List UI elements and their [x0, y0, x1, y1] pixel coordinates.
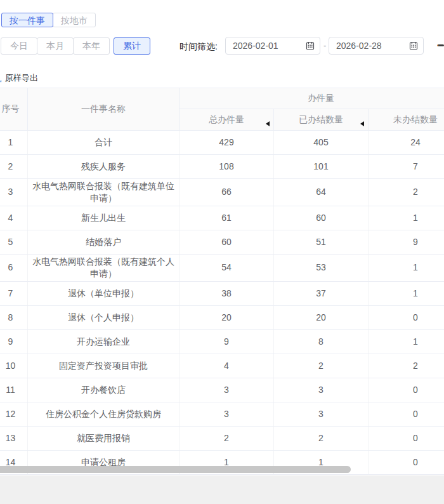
cell-done: 3: [274, 378, 369, 402]
export-label: 原样导出: [5, 72, 38, 84]
cell-total: 54: [180, 254, 274, 281]
cell-done: 37: [274, 281, 369, 305]
start-date-input[interactable]: 2026-02-01: [225, 37, 320, 55]
table-row: 6水电气热网联合报装（既有建筑个人申请）54531: [0, 254, 444, 281]
table-row: 1合计42940524: [0, 131, 444, 155]
cell-total: 3: [180, 378, 274, 402]
cell-index: 10: [0, 354, 28, 378]
cell-name: 就医费用报销: [28, 426, 180, 450]
cell-name: 残疾人服务: [28, 155, 180, 179]
horizontal-scrollbar[interactable]: [0, 466, 351, 473]
table-row: 4新生儿出生61601: [0, 206, 444, 230]
cell-index: 5: [0, 230, 28, 254]
header-name: 一件事名称: [28, 88, 180, 131]
header-done-label: 已办结数量: [299, 114, 343, 124]
header-total-label: 总办件量: [209, 114, 244, 124]
filter-month-button[interactable]: 本月: [37, 37, 74, 55]
tab-by-city[interactable]: 按地市: [53, 13, 96, 27]
table-row: 3水电气热网联合报装（既有建筑单位申请）66642: [0, 179, 444, 206]
table-row: 7退休（单位申报）38371: [0, 281, 444, 305]
filter-today-button[interactable]: 今日: [1, 37, 37, 55]
calendar-icon[interactable]: [306, 41, 315, 50]
stats-table: 序号 一件事名称 办件量 总办件量 已办结数量 未办结数量: [0, 88, 444, 475]
page: 按一件事 按地市 今日 本月 本年 累计 时间筛选: 2026-02-01 - …: [0, 0, 444, 504]
cell-undone: 24: [369, 131, 444, 155]
header-undone[interactable]: 未办结数量: [369, 109, 444, 131]
cell-index: 2: [0, 155, 28, 179]
view-tabs: 按一件事 按地市: [1, 13, 96, 27]
footer-band: [0, 475, 444, 504]
table-row: 2残疾人服务1081017: [0, 155, 444, 179]
cell-done: 3: [274, 402, 369, 426]
cell-name: 水电气热网联合报装（既有建筑单位申请）: [28, 179, 180, 206]
download-icon: [0, 73, 3, 83]
cell-undone: 0: [369, 378, 444, 402]
cell-name: 结婚落户: [28, 230, 180, 254]
cell-undone: 0: [369, 450, 444, 474]
cell-undone: 2: [369, 179, 444, 206]
time-range-button-group: 今日 本月 本年 累计: [1, 37, 150, 55]
table-row: 10固定资产投资项目审批422: [0, 354, 444, 378]
filter-year-button[interactable]: 本年: [73, 37, 110, 55]
cell-done: 20: [274, 305, 369, 329]
cell-total: 3: [180, 402, 274, 426]
end-date-value: 2026-02-28: [336, 41, 382, 51]
cell-total: 108: [180, 155, 274, 179]
filter-total-button[interactable]: 累计: [114, 37, 150, 55]
cell-total: 2: [180, 426, 274, 450]
cell-name: 新生儿出生: [28, 206, 180, 230]
cell-name: 开办餐饮店: [28, 378, 180, 402]
cell-done: 51: [274, 230, 369, 254]
cell-undone: 9: [369, 230, 444, 254]
cell-undone: 7: [369, 155, 444, 179]
cell-name: 固定资产投资项目审批: [28, 354, 180, 378]
cell-done: 101: [274, 155, 369, 179]
time-filter-label: 时间筛选:: [180, 41, 218, 53]
cell-index: 9: [0, 329, 28, 354]
cell-total: 61: [180, 206, 274, 230]
tab-by-item[interactable]: 按一件事: [1, 13, 53, 27]
cell-undone: 0: [369, 426, 444, 450]
cell-undone: 2: [369, 354, 444, 378]
cell-index: 11: [0, 378, 28, 402]
cell-name: 住房公积金个人住房贷款购房: [28, 402, 180, 426]
cell-done: 405: [274, 131, 369, 155]
cell-done: 53: [274, 254, 369, 281]
cell-index: 3: [0, 179, 28, 206]
cell-total: 9: [180, 329, 274, 354]
cell-name: 合计: [28, 131, 180, 155]
sort-caret-icon[interactable]: [266, 121, 270, 126]
sort-caret-icon[interactable]: [360, 121, 364, 126]
cell-done: 2: [274, 426, 369, 450]
cell-total: 60: [180, 230, 274, 254]
cell-name: 退休（个人申报）: [28, 305, 180, 329]
cell-undone: 1: [369, 329, 444, 354]
header-done[interactable]: 已办结数量: [274, 109, 369, 131]
cell-index: 13: [0, 426, 28, 450]
calendar-icon[interactable]: [409, 41, 418, 50]
table-row: 12住房公积金个人住房贷款购房330: [0, 402, 444, 426]
export-link[interactable]: 原样导出: [0, 72, 38, 84]
cell-done: 60: [274, 206, 369, 230]
cell-undone: 1: [369, 254, 444, 281]
cell-index: 12: [0, 402, 28, 426]
date-range-separator: -: [323, 41, 326, 50]
cell-total: 20: [180, 305, 274, 329]
cell-done: 64: [274, 179, 369, 206]
header-index: 序号: [0, 88, 28, 131]
cell-total: 429: [180, 131, 274, 155]
cell-index: 1: [0, 131, 28, 155]
cell-index: 4: [0, 206, 28, 230]
header-total[interactable]: 总办件量: [180, 109, 274, 131]
cell-name: 开办运输企业: [28, 329, 180, 354]
header-undone-label: 未办结数量: [393, 114, 438, 124]
cell-total: 38: [180, 281, 274, 305]
cell-name: 退休（单位申报）: [28, 281, 180, 305]
cell-undone: 1: [369, 281, 444, 305]
cell-undone: 1: [369, 206, 444, 230]
table-row: 9开办运输企业981: [0, 329, 444, 354]
cell-undone: 0: [369, 305, 444, 329]
cell-index: 8: [0, 305, 28, 329]
table-row: 11开办餐饮店330: [0, 378, 444, 402]
end-date-input[interactable]: 2026-02-28: [329, 37, 424, 55]
